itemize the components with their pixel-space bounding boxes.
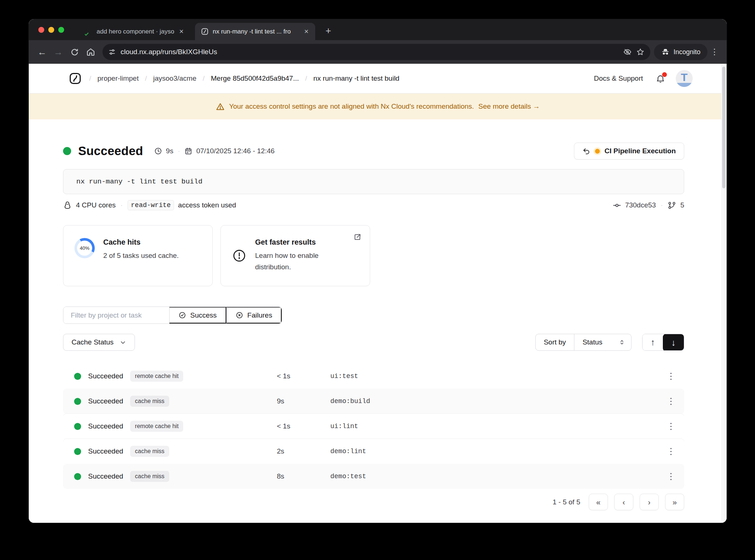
first-page-button[interactable]: « — [589, 494, 608, 510]
distribution-card[interactable]: Get faster results Learn how to enable d… — [220, 225, 370, 286]
cache-status-badge: cache miss — [130, 471, 169, 482]
previous-page-button[interactable]: ‹ — [614, 494, 633, 510]
check-circle-icon — [178, 311, 186, 319]
pagination: 1 - 5 of 5 « ‹ › » — [63, 494, 684, 510]
chevron-down-icon — [119, 339, 126, 346]
task-name[interactable]: ui:test — [330, 372, 658, 380]
task-row[interactable]: Succeeded remote cache hit < 1s ui:lint … — [63, 414, 684, 439]
task-menu-button[interactable]: ⋮ — [667, 446, 675, 456]
avatar[interactable]: T — [676, 70, 693, 87]
breadcrumb: / proper-limpet / jaysoo3/acme / Merge 8… — [89, 74, 399, 83]
success-filter-button[interactable]: Success — [169, 307, 226, 323]
run-status-title: Succeeded — [78, 144, 143, 158]
banner-details-link[interactable]: See more details → — [479, 102, 540, 111]
traffic-lights — [38, 27, 64, 33]
url-text: cloud.nx.app/runs/BkIXGHleUs — [121, 48, 217, 56]
commit-sha[interactable]: 730dce53 — [625, 201, 656, 209]
nx-cloud-logo[interactable] — [69, 72, 82, 85]
task-menu-button[interactable]: ⋮ — [667, 371, 675, 381]
run-meta-row: 4 CPU cores · read-write access token us… — [63, 200, 684, 210]
notifications-button[interactable] — [655, 74, 665, 84]
sort-ascending-button[interactable]: ↑ — [643, 334, 663, 350]
undo-icon — [582, 147, 590, 155]
task-row[interactable]: Succeeded cache miss 2s demo:lint ⋮ — [63, 439, 684, 464]
cache-status-badge: remote cache hit — [130, 421, 183, 432]
sort-direction-control: ↑ ↓ — [642, 334, 684, 351]
cache-status-dropdown[interactable]: Cache Status — [63, 334, 135, 351]
maximize-window-button[interactable] — [58, 27, 64, 33]
cache-status-badge: remote cache hit — [130, 371, 183, 382]
task-status-dot — [74, 423, 81, 430]
browser-menu-button[interactable]: ⋮ — [707, 47, 721, 57]
access-control-banner: Your access control settings are not ali… — [29, 94, 727, 119]
filter-input[interactable] — [63, 307, 169, 323]
tab-close-icon[interactable]: × — [303, 27, 309, 36]
page-scrollbar[interactable] — [721, 64, 727, 523]
reload-button[interactable] — [66, 44, 83, 60]
failures-filter-button[interactable]: Failures — [226, 307, 282, 323]
next-page-button[interactable]: › — [640, 494, 659, 510]
tab-close-icon[interactable]: × — [178, 27, 184, 36]
tab-pull-request[interactable]: add hero component · jaysoo × — [79, 23, 190, 40]
tab-nx-run[interactable]: nx run-many -t lint test ... fro × — [195, 23, 315, 40]
notification-dot — [662, 72, 667, 77]
task-menu-button[interactable]: ⋮ — [667, 471, 675, 482]
incognito-label: Incognito — [674, 48, 700, 56]
eye-off-icon[interactable] — [623, 48, 632, 56]
sort-by-label: Sort by — [536, 334, 574, 350]
task-row[interactable]: Succeeded cache miss 9s demo:build ⋮ — [63, 389, 684, 414]
branch-count[interactable]: 5 — [680, 201, 684, 209]
task-row[interactable]: Succeeded cache miss 8s demo:test ⋮ — [63, 464, 684, 489]
breadcrumb-repo[interactable]: jaysoo3/acme — [153, 74, 196, 83]
task-status-dot — [74, 473, 81, 480]
cache-card-desc: 2 of 5 tasks used cache. — [103, 250, 179, 261]
summary-cards: 40% Cache hits 2 of 5 tasks used cache. … — [63, 225, 684, 286]
cache-percent: 40% — [74, 238, 95, 258]
minimize-window-button[interactable] — [48, 27, 54, 33]
task-menu-button[interactable]: ⋮ — [667, 421, 675, 431]
back-button[interactable]: ← — [34, 44, 50, 60]
task-duration: < 1s — [277, 422, 330, 430]
task-name[interactable]: demo:build — [330, 398, 658, 405]
tabs: add hero component · jaysoo × nx run-man… — [79, 19, 315, 40]
list-controls: Cache Status Sort by Status — [63, 334, 684, 351]
breadcrumb-cipe[interactable]: Merge 85d500f42d5a9b47... — [211, 74, 299, 83]
task-duration: 2s — [277, 447, 330, 455]
close-window-button[interactable] — [38, 27, 44, 33]
commit-icon — [613, 201, 621, 210]
browser-toolbar: ← → cloud.nx.app/runs/BkIXGHleUs Inc — [29, 40, 727, 64]
home-button[interactable] — [83, 44, 99, 60]
run-duration: 9s — [166, 147, 173, 155]
site-settings-icon[interactable] — [108, 48, 116, 56]
breadcrumb-run[interactable]: nx run-many -t lint test build — [313, 74, 399, 83]
task-name[interactable]: demo:lint — [330, 448, 658, 455]
ci-pipeline-execution-button[interactable]: CI Pipeline Execution — [574, 143, 684, 160]
new-tab-button[interactable]: + — [326, 25, 331, 36]
tab-strip: add hero component · jaysoo × nx run-man… — [29, 19, 727, 40]
scrollbar-thumb[interactable] — [722, 67, 726, 188]
browser-window: add hero component · jaysoo × nx run-man… — [29, 19, 727, 523]
url-bar[interactable]: cloud.nx.app/runs/BkIXGHleUs — [102, 44, 650, 60]
tab-title: add hero component · jaysoo — [97, 28, 174, 35]
breadcrumb-workspace[interactable]: proper-limpet — [97, 74, 139, 83]
forward-button[interactable]: → — [50, 44, 66, 60]
task-row[interactable]: Succeeded remote cache hit < 1s ui:test … — [63, 364, 684, 389]
docs-support-link[interactable]: Docs & Support — [594, 74, 643, 83]
task-menu-button[interactable]: ⋮ — [667, 396, 675, 406]
access-token-suffix: access token used — [178, 201, 236, 209]
bookmark-star-icon[interactable] — [636, 48, 644, 56]
sort-descending-button[interactable]: ↓ — [663, 334, 684, 351]
task-status-dot — [74, 398, 81, 405]
external-link-icon[interactable] — [353, 233, 362, 241]
task-duration: 8s — [277, 472, 330, 480]
cache-status-badge: cache miss — [130, 446, 169, 457]
cache-card-title: Cache hits — [103, 238, 179, 246]
nx-cloud-page: / proper-limpet / jaysoo3/acme / Merge 8… — [29, 64, 727, 523]
sort-field-select[interactable]: Status — [574, 334, 631, 350]
last-page-button[interactable]: » — [665, 494, 684, 510]
task-name[interactable]: ui:lint — [330, 423, 658, 430]
tab-title: nx run-many -t lint test ... fro — [213, 28, 299, 35]
task-name[interactable]: demo:test — [330, 473, 658, 480]
pipeline-status-dot — [595, 149, 600, 154]
run-date-range: 07/10/2025 12:46 - 12:46 — [196, 147, 274, 155]
